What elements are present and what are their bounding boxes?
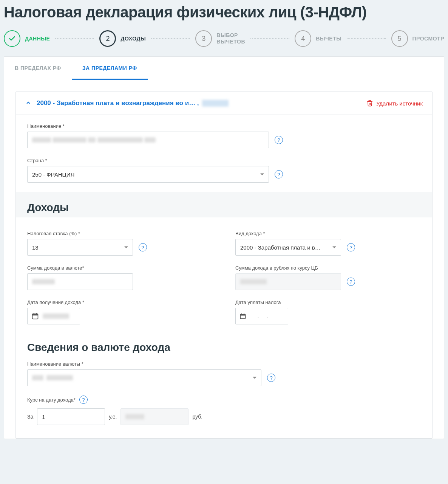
redacted-text <box>202 100 229 107</box>
trash-icon <box>366 100 373 107</box>
help-icon[interactable]: ? <box>267 374 275 382</box>
rub-label: руб. <box>192 414 202 420</box>
svg-rect-1 <box>32 314 38 315</box>
svg-rect-5 <box>240 314 245 316</box>
rate-on-date-label: Курс на дату дохода* <box>27 397 76 403</box>
help-icon[interactable]: ? <box>139 243 147 251</box>
sum-rub-input <box>235 273 341 290</box>
date-paid-label: Дата уплаты налога <box>235 299 421 305</box>
caret-down-icon <box>332 247 336 248</box>
date-paid-input[interactable]: __.__.____ <box>235 308 288 324</box>
income-type-select[interactable]: 2000 - Заработная плата и в… <box>235 239 341 256</box>
step-label: ВЫЧЕТЫ <box>316 36 341 42</box>
sum-rub-label: Сумма дохода в рублях по курсу ЦБ <box>235 265 421 271</box>
country-value: 250 - ФРАНЦИЯ <box>32 171 74 178</box>
income-section-title: Доходы <box>27 202 421 214</box>
income-type-value: 2000 - Заработная плата и в… <box>240 244 321 251</box>
step-number: 3 <box>195 30 212 47</box>
name-input[interactable] <box>27 132 269 148</box>
step-divider <box>250 38 289 39</box>
step-divider <box>347 38 386 39</box>
check-icon <box>4 30 20 47</box>
caret-down-icon <box>124 247 128 248</box>
ue-label: у.е. <box>109 414 117 420</box>
step-label: ВЫБОР ВЫЧЕТОВ <box>216 32 245 45</box>
help-icon[interactable]: ? <box>347 243 355 251</box>
help-icon[interactable]: ? <box>347 278 355 286</box>
step-label: ПРОСМОТР <box>412 36 444 42</box>
step-deduction-select[interactable]: 3 ВЫБОР ВЫЧЕТОВ <box>195 30 245 47</box>
income-fields: Налоговая ставка (%) * 13 ? Вид дохода * <box>16 221 432 438</box>
step-divider <box>55 38 94 39</box>
step-label: ДОХОДЫ <box>120 36 146 42</box>
step-data[interactable]: ДАННЫЕ <box>4 30 50 47</box>
source-title[interactable]: 2000 - Заработная плата и вознаграждения… <box>37 99 366 107</box>
help-icon[interactable]: ? <box>79 396 88 404</box>
currency-section-title: Сведения о валюте дохода <box>27 341 421 354</box>
income-type-label: Вид дохода * <box>235 231 421 236</box>
tab-within-rf[interactable]: В ПРЕДЕЛАХ РФ <box>4 57 72 80</box>
country-select[interactable]: 250 - ФРАНЦИЯ <box>27 166 269 183</box>
step-deductions[interactable]: 4 ВЫЧЕТЫ <box>295 30 341 47</box>
page-title: Налоговая декларация физических лиц (3-Н… <box>4 4 444 21</box>
za-value: 1 <box>42 414 45 420</box>
tax-rate-label: Налоговая ставка (%) * <box>27 231 213 236</box>
country-label: Страна * <box>27 158 421 163</box>
step-label: ДАННЫЕ <box>25 36 50 42</box>
step-divider <box>151 38 190 39</box>
date-placeholder: __.__.____ <box>250 313 284 319</box>
stepper: ДАННЫЕ 2 ДОХОДЫ 3 ВЫБОР ВЫЧЕТОВ 4 ВЫЧЕТЫ… <box>4 30 444 47</box>
tax-rate-select[interactable]: 13 <box>27 239 133 256</box>
caret-down-icon <box>253 377 256 379</box>
help-icon[interactable]: ? <box>275 170 283 178</box>
rate-units-input[interactable]: 1 <box>37 408 105 425</box>
source-header: 2000 - Заработная плата и вознаграждения… <box>16 92 432 115</box>
chevron-up-icon[interactable] <box>25 100 31 107</box>
main-card: В ПРЕДЕЛАХ РФ ЗА ПРЕДЕЛАМИ РФ 2000 - Зар… <box>4 56 444 439</box>
source-title-text: 2000 - Заработная плата и вознаграждения… <box>37 99 199 107</box>
step-number: 4 <box>295 30 311 47</box>
date-received-label: Дата получения дохода * <box>27 299 213 305</box>
help-icon[interactable]: ? <box>275 136 283 144</box>
date-received-input[interactable] <box>27 308 80 324</box>
sum-currency-input[interactable] <box>27 273 133 290</box>
sum-currency-label: Сумма дохода в валюте* <box>27 265 213 271</box>
tax-rate-value: 13 <box>32 244 39 251</box>
income-section: Доходы <box>16 192 432 217</box>
step-review[interactable]: 5 ПРОСМОТР <box>391 30 444 47</box>
caret-down-icon <box>260 174 264 175</box>
name-label: Наименование * <box>27 123 421 129</box>
tabs: В ПРЕДЕЛАХ РФ ЗА ПРЕДЕЛАМИ РФ <box>4 57 444 80</box>
calendar-icon <box>239 312 246 320</box>
step-number: 5 <box>391 30 408 47</box>
currency-name-select[interactable] <box>27 369 261 386</box>
calendar-icon <box>31 312 39 320</box>
income-source-panel: 2000 - Заработная плата и вознаграждения… <box>15 92 433 439</box>
za-label: За <box>27 414 33 420</box>
delete-source-button[interactable]: Удалить источник <box>366 100 423 107</box>
delete-label: Удалить источник <box>376 100 423 107</box>
step-number: 2 <box>99 30 116 47</box>
tab-outside-rf[interactable]: ЗА ПРЕДЕЛАМИ РФ <box>72 57 148 80</box>
step-income[interactable]: 2 ДОХОДЫ <box>99 30 146 47</box>
rate-rub-input <box>120 408 188 425</box>
currency-name-label: Наименование валюты * <box>27 361 421 367</box>
